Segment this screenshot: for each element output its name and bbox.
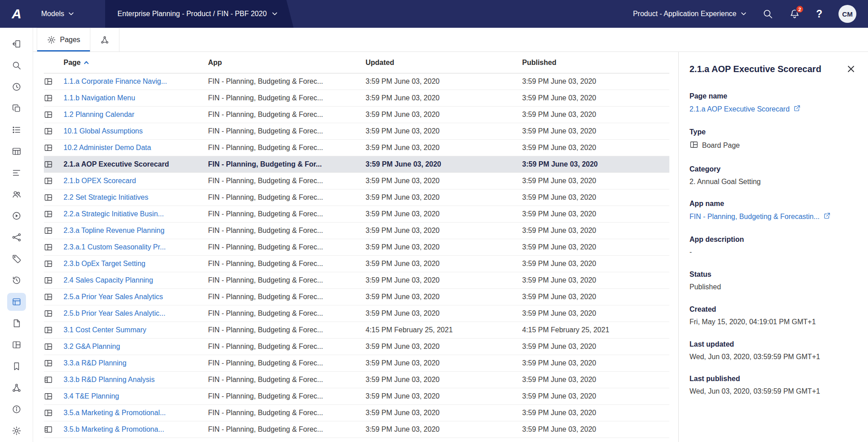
sidebar-document-button[interactable] — [7, 313, 26, 334]
page-link[interactable]: 3.3.a R&D Planning — [64, 359, 208, 367]
table-row[interactable]: 10.2 Administer Demo Data FIN - Planning… — [44, 140, 669, 156]
table-row[interactable]: 2.2 Set Strategic Initiatives FIN - Plan… — [44, 189, 669, 206]
table-row[interactable]: 2.5.b Prior Year Sales Analytic... FIN -… — [44, 305, 669, 322]
detail-field: Page name 2.1.a AOP Executive Scorecard — [689, 92, 855, 115]
page-link[interactable]: 2.1.b OPEX Scorecard — [64, 177, 208, 185]
app-cell: FIN - Planning, Budgeting & Forec... — [208, 425, 366, 433]
page-link[interactable]: 2.1.a AOP Executive Scorecard — [64, 160, 208, 168]
sidebar-users-button[interactable] — [7, 184, 26, 205]
table-row[interactable]: 3.4 T&E Planning FIN - Planning, Budgeti… — [44, 388, 669, 405]
sidebar-copy-button[interactable] — [7, 98, 26, 119]
page-link[interactable]: 1.1.a Corporate Finance Navig... — [64, 77, 208, 86]
field-label: Type — [689, 128, 855, 136]
models-menu-button[interactable]: Models — [41, 10, 74, 18]
sidebar-line-items-button[interactable] — [7, 162, 26, 184]
sidebar-grid-button[interactable] — [7, 141, 26, 162]
field-value-text: Wed, Jun 03, 2020, 03:59:59 PM GMT+1 — [689, 352, 820, 362]
updated-cell: 3:59 PM June 03, 2020 — [366, 111, 522, 119]
page-link[interactable]: 2.2.a Strategic Initiative Busin... — [64, 210, 208, 218]
column-header-app[interactable]: App — [208, 59, 366, 67]
search-icon — [12, 60, 21, 70]
field-value[interactable]: 2.1.a AOP Executive Scorecard — [689, 104, 855, 115]
table-row[interactable]: 2.3.b OpEx Target Setting FIN - Planning… — [44, 256, 669, 272]
table-row[interactable]: 2.3.a Topline Revenue Planning FIN - Pla… — [44, 223, 669, 239]
sidebar-boards-button[interactable] — [7, 334, 26, 356]
app-cell: FIN - Planning, Budgeting & Forec... — [208, 144, 366, 152]
table-row[interactable]: 2.1.a AOP Executive Scorecard FIN - Plan… — [44, 156, 669, 173]
field-value-text[interactable]: FIN - Planning, Budgeting & Forecastin..… — [689, 212, 820, 222]
table-row[interactable]: 2.2.a Strategic Initiative Busin... FIN … — [44, 206, 669, 223]
sidebar-panel-toggle-button[interactable] — [7, 33, 26, 55]
page-link[interactable]: 3.3.b R&D Planning Analysis — [64, 376, 208, 384]
table-row[interactable]: 1.1.a Corporate Finance Navig... FIN - P… — [44, 73, 669, 90]
table-row[interactable]: 2.5.a Prior Year Sales Analytics FIN - P… — [44, 289, 669, 305]
page-link[interactable]: 3.4 T&E Planning — [64, 392, 208, 400]
published-cell: 3:59 PM June 03, 2020 — [522, 160, 669, 168]
close-panel-button[interactable] — [847, 64, 855, 75]
sidebar-tags-button[interactable] — [7, 248, 26, 270]
board-page-icon — [44, 309, 53, 318]
anaplan-app: A Models Enterprise Planning - Product /… — [0, 0, 868, 442]
page-link[interactable]: 10.1 Global Assumptions — [64, 127, 208, 135]
sidebar-settings-button[interactable] — [7, 420, 26, 442]
sidebar-bookmark-button[interactable] — [7, 356, 26, 377]
sidebar-search-button[interactable] — [7, 55, 26, 76]
board-page-icon — [44, 392, 53, 401]
page-link[interactable]: 2.3.a.1 Custom Seasonality Pr... — [64, 243, 208, 251]
page-link[interactable]: 3.1 Cost Center Summary — [64, 326, 208, 334]
page-link[interactable]: 3.2 G&A Planning — [64, 343, 208, 351]
table-row[interactable]: 2.3.a.1 Custom Seasonality Pr... FIN - P… — [44, 239, 669, 256]
sidebar-worksheets-button[interactable] — [7, 293, 26, 311]
table-row[interactable]: 3.3.a R&D Planning FIN - Planning, Budge… — [44, 355, 669, 372]
field-value-text: Board Page — [702, 141, 740, 150]
board-page-icon — [44, 110, 53, 119]
user-avatar[interactable]: CM — [838, 5, 856, 23]
help-button[interactable]: ? — [816, 9, 822, 19]
table-row[interactable]: 3.3.b R&D Planning Analysis FIN - Planni… — [44, 372, 669, 388]
search-button[interactable] — [762, 9, 773, 19]
sidebar-list-button[interactable] — [7, 119, 26, 141]
column-header-updated[interactable]: Updated — [366, 59, 522, 67]
table-row[interactable]: 3.1 Cost Center Summary FIN - Planning, … — [44, 322, 669, 339]
field-value[interactable]: FIN - Planning, Budgeting & Forecastin..… — [689, 212, 855, 222]
page-link[interactable]: 2.5.b Prior Year Sales Analytic... — [64, 309, 208, 318]
table-row[interactable]: 2.1.b OPEX Scorecard FIN - Planning, Bud… — [44, 173, 669, 189]
table-row[interactable]: 3.5.a Marketing & Promotional... FIN - P… — [44, 405, 669, 421]
table-row[interactable]: 3.5.b Marketing & Promotiona... FIN - Pl… — [44, 421, 669, 438]
column-header-published[interactable]: Published — [522, 59, 669, 67]
column-header-page[interactable]: Page — [64, 59, 208, 67]
network-icon — [12, 383, 21, 393]
published-cell: 3:59 PM June 03, 2020 — [522, 111, 669, 119]
sidebar-restore-button[interactable] — [7, 270, 26, 291]
notifications-button[interactable]: 2 — [789, 9, 800, 19]
table-row[interactable]: 2.4 Sales Capacity Planning FIN - Planni… — [44, 272, 669, 289]
table-row[interactable]: 1.1.b Navigation Menu FIN - Planning, Bu… — [44, 90, 669, 107]
page-link[interactable]: 2.3.a Topline Revenue Planning — [64, 227, 208, 235]
page-link[interactable]: 2.3.b OpEx Target Setting — [64, 260, 208, 268]
page-link[interactable]: 2.2 Set Strategic Initiatives — [64, 193, 208, 202]
page-link[interactable]: 2.5.a Prior Year Sales Analytics — [64, 293, 208, 301]
page-link[interactable]: 10.2 Administer Demo Data — [64, 144, 208, 152]
field-value: Wed, Jun 03, 2020, 03:59:59 PM GMT+1 — [689, 387, 855, 396]
published-cell: 3:59 PM June 03, 2020 — [522, 210, 669, 218]
table-row[interactable]: 10.1 Global Assumptions FIN - Planning, … — [44, 123, 669, 140]
page-link[interactable]: 1.2 Planning Calendar — [64, 111, 208, 119]
table-row[interactable]: 1.2 Planning Calendar FIN - Planning, Bu… — [44, 107, 669, 123]
model-context-tab[interactable]: Enterprise Planning - Product / FIN - PB… — [105, 0, 294, 28]
sidebar-history-button[interactable] — [7, 76, 26, 98]
tab-pages[interactable]: Pages — [37, 28, 90, 51]
tab-model-map[interactable] — [90, 28, 119, 51]
page-link[interactable]: 3.5.b Marketing & Promotiona... — [64, 425, 208, 433]
sidebar-actions-button[interactable] — [7, 205, 26, 227]
sidebar-flow-button[interactable] — [7, 227, 26, 248]
page-link[interactable]: 2.4 Sales Capacity Planning — [64, 276, 208, 284]
sidebar-info-button[interactable] — [7, 399, 26, 420]
field-value-text[interactable]: 2.1.a AOP Executive Scorecard — [689, 105, 790, 114]
page-link[interactable]: 1.1.b Navigation Menu — [64, 94, 208, 102]
page-link[interactable]: 3.5.a Marketing & Promotional... — [64, 409, 208, 417]
workspace-label: Product - Application Experience — [633, 10, 736, 18]
anaplan-logo[interactable]: A — [0, 6, 33, 21]
sidebar-network-button[interactable] — [7, 377, 26, 399]
workspace-selector[interactable]: Product - Application Experience — [633, 10, 746, 18]
table-row[interactable]: 3.2 G&A Planning FIN - Planning, Budgeti… — [44, 339, 669, 355]
